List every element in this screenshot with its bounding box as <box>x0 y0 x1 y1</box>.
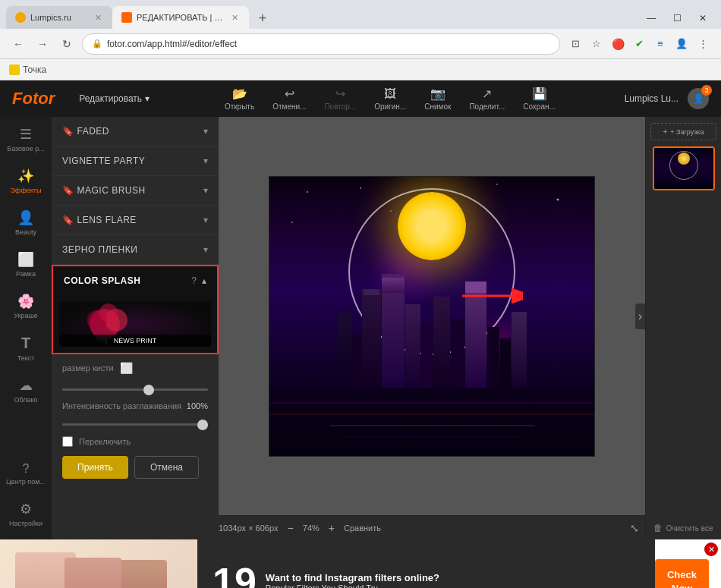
effect-vignette-header[interactable]: VIGNETTE PARTY ▾ <box>52 146 219 175</box>
effect-zerno-header[interactable]: ЗЕРНО ПЛЕНКИ ▾ <box>52 235 219 264</box>
close-window-button[interactable]: ✕ <box>691 8 715 29</box>
effects-panel: 🔖 FADED ▾ VIGNETTE PARTY ▾ 🔖 <box>52 117 219 539</box>
sidebar-item-basic[interactable]: ☰ Базовое р... <box>0 120 52 159</box>
ad-cta-button[interactable]: Check Now <box>655 559 709 588</box>
bookmark-star-icon[interactable]: ☆ <box>587 35 606 53</box>
forward-button[interactable]: → <box>33 35 52 53</box>
intensity-slider[interactable] <box>62 423 208 426</box>
compare-button[interactable]: Сравнить <box>344 524 381 533</box>
reload-button[interactable]: ↻ <box>58 35 76 53</box>
menu-dots-icon[interactable]: ⋮ <box>694 35 712 53</box>
sidebar-label-beauty: Beauty <box>15 228 36 236</box>
ad-image-section <box>0 539 197 588</box>
tab-close-lumpics[interactable]: ✕ <box>93 11 103 24</box>
effect-faded-header[interactable]: 🔖 FADED ▾ <box>52 117 219 146</box>
tool-share[interactable]: ↗ Поделит... <box>469 86 505 111</box>
tool-undo[interactable]: ↩ Отмени... <box>272 86 306 111</box>
panel-collapse-button[interactable]: › <box>635 303 645 329</box>
ad-close-button[interactable]: ✕ <box>704 542 718 556</box>
plus-zoom-button[interactable]: + <box>329 522 335 534</box>
effect-color-splash-header[interactable]: COLOR SPLASH ? ▴ <box>53 266 217 295</box>
sidebar-item-settings[interactable]: ⚙ Настройки <box>2 495 50 533</box>
sidebar-item-frame[interactable]: ⬜ Рамка <box>0 245 52 284</box>
tool-redo[interactable]: ↪ Повтор... <box>324 86 356 111</box>
bookmark-tochka[interactable]: Точка <box>9 64 46 75</box>
tab-fotor[interactable]: РЕДАКТИРОВАТЬ | Fotor ✕ <box>112 6 249 29</box>
svg-point-11 <box>291 222 293 223</box>
translate-icon[interactable]: ⊡ <box>566 35 584 53</box>
upload-button[interactable]: + + Загрузка <box>650 123 716 140</box>
tab-close-fotor[interactable]: ✕ <box>230 11 240 24</box>
thumbnail-item[interactable] <box>653 146 715 190</box>
toggle-label: Переключить <box>79 437 131 446</box>
effect-preview-rose[interactable]: NEWS PRINT <box>59 301 211 347</box>
effect-color-splash-label: COLOR SPLASH <box>64 275 191 286</box>
canvas-container[interactable]: › <box>219 117 645 515</box>
clear-all-button[interactable]: 🗑 Очистить все <box>653 523 713 533</box>
tool-save-label: Сохран... <box>523 102 556 111</box>
tool-undo-label: Отмени... <box>272 102 306 111</box>
cloud-icon: ☁ <box>19 377 33 394</box>
tool-save[interactable]: 💾 Сохран... <box>523 86 556 111</box>
svg-point-10 <box>557 198 559 200</box>
effect-color-splash-content: NEWS PRINT <box>53 295 217 353</box>
effect-vignette-label: VIGNETTE PARTY <box>62 156 203 166</box>
sidebar-label-help: Центр пом... <box>6 478 46 486</box>
extension-icon-red[interactable]: 🔴 <box>609 35 627 53</box>
undo-icon: ↩ <box>285 86 294 101</box>
accept-button[interactable]: Принять <box>62 456 128 479</box>
effect-faded-chevron-icon: ▾ <box>203 126 209 137</box>
effect-magic-brush-label: MAGIC BRUSH <box>77 185 203 196</box>
back-button[interactable]: ← <box>9 35 27 53</box>
address-input[interactable]: 🔒 fotor.com/app.html#/editor/effect <box>82 33 560 55</box>
canvas-image <box>269 176 595 457</box>
sidebar-item-help[interactable]: ? Центр пом... <box>2 456 50 492</box>
tab-favicon-lumpics <box>15 12 26 23</box>
browser-window: Lumpics.ru ✕ РЕДАКТИРОВАТЬ | Fotor ✕ + —… <box>0 0 721 80</box>
new-tab-button[interactable]: + <box>252 8 273 29</box>
effect-lens-flare-chevron-icon: ▾ <box>203 215 209 225</box>
original-icon: 🖼 <box>384 87 396 101</box>
bookmark-label: Точка <box>23 64 46 75</box>
sidebar-item-text[interactable]: T Текст <box>0 329 52 368</box>
tool-snapshot[interactable]: 📷 Снимок <box>424 86 451 111</box>
bookmark-favicon <box>9 64 20 75</box>
profile-icon[interactable]: 👤 <box>672 35 691 53</box>
preview-label: NEWS PRINT <box>59 335 211 347</box>
svg-point-6 <box>307 191 308 193</box>
help-icon: ? <box>23 462 30 476</box>
tab-lumpics[interactable]: Lumpics.ru ✕ <box>6 6 112 29</box>
tool-open[interactable]: 📂 Открыть <box>225 86 254 111</box>
extension-icon-blue[interactable]: ≡ <box>651 35 669 53</box>
maximize-button[interactable]: ☐ <box>665 8 689 29</box>
fotor-topbar: fotor Редактировать ▾ 📂 Открыть ↩ Отмени… <box>0 80 721 117</box>
cancel-button[interactable]: Отмена <box>134 456 199 479</box>
extension-icon-green[interactable]: ✔ <box>630 35 648 53</box>
edit-menu-button[interactable]: Редактировать ▾ <box>73 90 156 107</box>
help-circle-icon[interactable]: ? <box>191 275 197 286</box>
right-panel: + + Загрузка 🗑 Очистить все <box>645 117 721 539</box>
minimize-button[interactable]: — <box>639 8 663 29</box>
svg-point-9 <box>496 184 498 185</box>
tool-original[interactable]: 🖼 Оригин... <box>374 87 406 111</box>
toggle-checkbox[interactable] <box>62 436 73 447</box>
sidebar-item-decor[interactable]: 🌸 Украше <box>0 287 52 325</box>
effect-magic-brush-bookmark-icon: 🔖 <box>62 185 74 196</box>
effect-lens-flare-header[interactable]: 🔖 LENS FLARE ▾ <box>52 206 219 234</box>
redo-icon: ↪ <box>335 86 345 101</box>
intensity-value: 100% <box>187 401 208 410</box>
svg-point-3 <box>99 303 118 322</box>
sidebar-bottom: ? Центр пом... ⚙ Настройки <box>2 456 50 539</box>
sidebar-item-beauty[interactable]: 👤 Beauty <box>0 203 52 242</box>
user-avatar[interactable]: 👤 3 <box>688 88 709 109</box>
ad-cta-line2: Now <box>667 582 697 588</box>
sidebar-item-effects[interactable]: ✨ Эффекты <box>0 162 52 200</box>
effect-lens-flare-label: LENS FLARE <box>77 215 203 225</box>
brush-size-slider[interactable] <box>62 388 208 391</box>
effect-magic-brush-header[interactable]: 🔖 MAGIC BRUSH ▾ <box>52 176 219 205</box>
sidebar-item-cloud[interactable]: ☁ Облако <box>0 371 52 410</box>
expand-icon[interactable]: ⤡ <box>630 522 639 534</box>
erase-icon[interactable]: ⬜ <box>120 362 133 374</box>
minus-zoom-button[interactable]: − <box>288 522 294 534</box>
settings-icon: ⚙ <box>20 501 32 517</box>
